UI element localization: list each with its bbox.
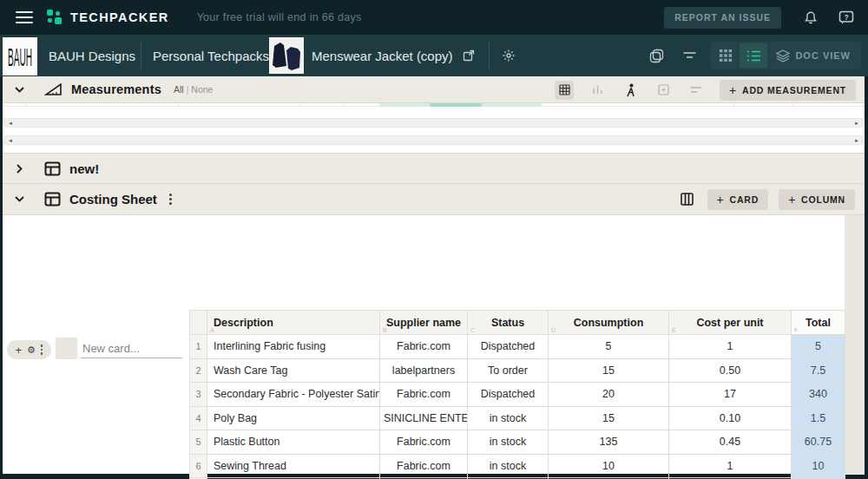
cell-supplier-name[interactable]: Fabric.com — [380, 454, 468, 478]
cell-supplier-name[interactable]: Fabric.com — [380, 335, 468, 359]
costing-row: 4Poly BagSINICLINE ENTERPin stock150.101… — [190, 406, 845, 430]
workspace-name[interactable]: BAUH Designs — [49, 35, 135, 76]
copy-icon[interactable] — [649, 35, 664, 76]
cell-status[interactable]: Dispatched — [468, 335, 549, 359]
card-thumbnail-placeholder[interactable] — [56, 338, 77, 359]
cell-status[interactable]: in stock — [468, 406, 549, 430]
cell-supplier-name[interactable]: SINICLINE ENTERP — [380, 406, 468, 430]
cell-consumption[interactable]: 135 — [549, 430, 669, 455]
cell-status[interactable]: Dispatched — [468, 383, 549, 407]
cell-consumption[interactable]: 10 — [549, 454, 669, 478]
horizontal-scrollbar[interactable]: ◄► — [4, 118, 863, 128]
column-header-supplier-name[interactable]: BSupplier name — [380, 311, 468, 335]
cell-cost-per-unit[interactable]: 0.10 — [669, 406, 792, 430]
costing-row: 3Secondary Fabric - Polyester SatinFabri… — [190, 383, 845, 407]
grid-view-icon[interactable] — [712, 43, 740, 68]
scroll-right-arrow[interactable]: ► — [854, 137, 859, 145]
add-card-button[interactable]: + CARD — [707, 189, 769, 210]
gear-icon[interactable]: ⚙ — [27, 345, 36, 355]
scroll-left-arrow[interactable]: ◄ — [8, 137, 13, 145]
cell-cost-per-unit[interactable]: 1 — [669, 454, 792, 478]
chevron-down-icon[interactable] — [13, 196, 25, 202]
cell-total[interactable]: 60.75 — [792, 430, 845, 455]
cell-cost-per-unit[interactable]: 17 — [669, 383, 792, 407]
corner-cell — [190, 311, 207, 335]
cell-cost-per-unit[interactable]: 0.45 — [669, 430, 792, 455]
menu-icon[interactable] — [16, 11, 33, 23]
grid-table-icon[interactable] — [555, 81, 574, 100]
cell-consumption[interactable]: 5 — [549, 335, 669, 359]
folder-name[interactable]: Personal Techpacks — [153, 35, 269, 76]
cell-total[interactable]: 5 — [792, 335, 845, 359]
cell-total[interactable]: 1.5 — [792, 406, 845, 430]
columns-icon[interactable] — [678, 190, 697, 209]
chart-icon[interactable] — [588, 81, 607, 100]
column-letter: A — [210, 327, 214, 333]
cell-total[interactable]: 340 — [792, 383, 845, 407]
cell-total[interactable]: 10 — [792, 454, 845, 478]
column-header-status[interactable]: CStatus — [468, 311, 549, 335]
chevron-down-icon[interactable] — [13, 87, 25, 93]
sort-icon[interactable] — [687, 81, 706, 100]
new-card-input[interactable] — [81, 339, 182, 358]
gear-icon[interactable] — [502, 35, 516, 76]
cell-description[interactable]: Plastic Button — [207, 430, 380, 455]
help-bubble-icon[interactable]: ? — [838, 10, 854, 25]
filter-icon[interactable] — [683, 35, 696, 76]
costing-section-title[interactable]: Costing Sheet — [69, 192, 157, 207]
column-header-cost-per-unit[interactable]: ECost per unit — [669, 311, 792, 335]
cell-status[interactable]: To order — [468, 358, 549, 383]
cell-description[interactable]: Interlining Fabric fusing — [207, 335, 380, 359]
list-view-icon[interactable] — [740, 43, 767, 68]
techpack-content: Measurements All|None — [3, 76, 865, 474]
measurements-grid-clipped — [3, 103, 865, 107]
column-header-description[interactable]: ADescription — [207, 311, 380, 335]
cell-consumption[interactable]: 15 — [549, 406, 669, 430]
horizontal-scrollbar[interactable]: ◄► — [4, 135, 863, 145]
costing-table-body: 1Interlining Fabric fusingFabric.comDisp… — [190, 335, 845, 479]
cell-description[interactable]: Sewing Thread — [207, 454, 380, 478]
chevron-right-icon[interactable] — [13, 164, 25, 174]
cell-supplier-name[interactable]: labelpartners — [380, 358, 468, 383]
cell-cost-per-unit[interactable]: 1 — [669, 335, 792, 359]
cell-total[interactable]: 7.5 — [792, 358, 845, 383]
cell-description[interactable]: Poly Bag — [207, 406, 380, 430]
new-section-title[interactable]: new! — [69, 161, 99, 176]
plus-icon[interactable]: + — [16, 344, 23, 356]
scroll-right-arrow[interactable]: ► — [854, 120, 859, 128]
row-number: 6 — [190, 454, 207, 478]
cell-consumption[interactable]: 20 — [549, 383, 669, 407]
doc-view-button[interactable]: DOC VIEW — [767, 49, 859, 62]
column-letter: D — [551, 327, 556, 333]
cell-cost-per-unit[interactable]: 0.50 — [669, 358, 792, 383]
cell-description[interactable]: Wash Care Tag — [207, 358, 380, 383]
open-external-icon[interactable] — [463, 35, 475, 76]
measurements-filter: All|None — [174, 84, 214, 95]
add-column-button[interactable]: + COLUMN — [779, 189, 855, 210]
cell-description[interactable]: Secondary Fabric - Polyester Satin — [207, 383, 380, 407]
measurements-section-header: Measurements All|None — [3, 76, 865, 103]
column-label: Total — [806, 317, 831, 329]
kebab-icon[interactable] — [41, 344, 43, 355]
report-issue-button[interactable]: REPORT AN ISSUE — [664, 7, 781, 29]
filter-all[interactable]: All — [174, 84, 184, 95]
scroll-left-arrow[interactable]: ◄ — [8, 120, 13, 128]
cell-status[interactable]: in stock — [468, 454, 549, 478]
column-header-total[interactable]: FTotal — [792, 311, 845, 335]
cell-supplier-name[interactable]: Fabric.com — [380, 383, 468, 407]
image-icon[interactable] — [654, 81, 673, 100]
filter-none[interactable]: None — [191, 84, 213, 95]
add-measurement-button[interactable]: + ADD MEASUREMENT — [720, 80, 856, 101]
column-header-consumption[interactable]: DConsumption — [549, 311, 669, 335]
techpacker-logo-icon[interactable] — [47, 10, 62, 25]
kebab-icon[interactable] — [169, 194, 172, 205]
bell-icon[interactable] — [804, 10, 818, 25]
cell-supplier-name[interactable]: Fabric.com — [380, 430, 468, 455]
cell-status[interactable]: in stock — [468, 430, 549, 455]
techpack-thumbnail[interactable] — [269, 37, 304, 74]
person-icon[interactable] — [621, 81, 640, 100]
sheet-icon — [44, 161, 61, 176]
column-label: Supplier name — [386, 317, 461, 329]
cell-consumption[interactable]: 15 — [549, 358, 669, 383]
bauh-logo[interactable]: BAUH — [3, 37, 37, 75]
